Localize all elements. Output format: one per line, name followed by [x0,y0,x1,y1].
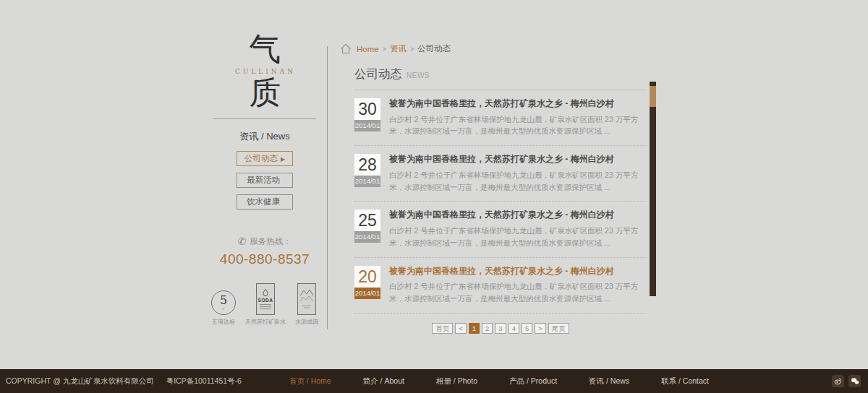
home-icon[interactable] [340,43,352,54]
news-title[interactable]: 被誉为南中国香格里拉，天然苏打矿泉水之乡 - 梅州白沙村 [389,98,647,110]
breadcrumb: Home>资讯>公司动态 [340,43,647,54]
breadcrumb-item[interactable]: 资讯 [390,43,407,54]
copyright-text: COPYRIGHT @ 九龙山矿泉水饮料有限公司 [6,376,154,385]
logo-character-bottom: 质 [205,77,325,108]
news-item[interactable]: 20 2014/01 被誉为南中国香格里拉，天然苏打矿泉水之乡 - 梅州白沙村 … [354,258,647,314]
news-month: 2014/01 [354,176,380,187]
news-item[interactable]: 28 2014/01 被誉为南中国香格里拉，天然苏打矿泉水之乡 - 梅州白沙村 … [354,146,647,202]
pagination-button[interactable]: > [535,323,546,334]
icp-number[interactable]: 粤ICP备10011451号-6 [166,376,242,385]
sidebar-divider [213,118,316,119]
page-title: 公司动态 [354,66,402,82]
news-body: 被誉为南中国香格里拉，天然苏打矿泉水之乡 - 梅州白沙村 白沙村 2 号井位于广… [389,210,647,249]
hotline-block: ✆服务热线： 400-880-8537 [205,236,325,267]
news-excerpt: 白沙村 2 号井位于广东省林场保护地九龙山麓，矿泉水矿区面积 23 万平方米，水… [389,169,647,194]
news-date-block: 30 2014/01 [354,98,380,137]
badge-soda: SODA 天然苏打矿泉水 [245,283,286,326]
news-day: 25 [354,210,380,231]
custom-scrollbar-track[interactable] [650,82,656,296]
footer-nav-link[interactable]: 相册 / Photo [436,376,477,386]
pagination-button[interactable]: 2 [482,323,493,334]
badge-label: 五项达标 [212,318,235,326]
badge-five-number: 5 [220,295,227,306]
news-excerpt: 白沙村 2 号井位于广东省林场保护地九龙山麓，矿泉水矿区面积 23 万平方米，水… [389,113,647,138]
news-title[interactable]: 被誉为南中国香格里拉，天然苏打矿泉水之乡 - 梅州白沙村 [389,210,647,221]
breadcrumb-item[interactable]: Home [357,45,379,53]
sidebar-section-title: 资讯 / News [205,130,325,143]
pagination-button[interactable]: 1 [469,323,480,334]
news-list: 30 2014/01 被誉为南中国香格里拉，天然苏打矿泉水之乡 - 梅州白沙村 … [354,90,647,314]
breadcrumb-item[interactable]: 公司动态 [417,43,451,54]
sidebar: 气 CULLINAN 质 资讯 / News 公司动态▶最新活动饮水健康 ✆服务… [205,33,325,326]
pagination-button[interactable]: 3 [495,323,506,334]
page-heading: 公司动态 NEWS [354,66,647,82]
news-day: 28 [354,154,380,176]
sidebar-content-divider [327,46,328,329]
water-source-mountain-icon [297,283,316,315]
news-date-block: 28 2014/01 [354,154,380,193]
sidebar-menu-button[interactable]: 公司动态▶ [237,151,293,166]
news-excerpt: 白沙村 2 号井位于广东省林场保护地九龙山麓，矿泉水矿区面积 23 万平方米，水… [389,280,647,305]
news-month: 2014/01 [354,120,380,131]
pagination-button[interactable]: 5 [522,323,532,334]
news-body: 被誉为南中国香格里拉，天然苏打矿泉水之乡 - 梅州白沙村 白沙村 2 号井位于广… [389,154,647,193]
footer: COPYRIGHT @ 九龙山矿泉水饮料有限公司 粤ICP备10011451号-… [0,369,868,393]
news-title[interactable]: 被誉为南中国香格里拉，天然苏打矿泉水之乡 - 梅州白沙村 [389,154,647,165]
pagination: 首页<12345>尾页 [354,323,647,334]
footer-nav-link[interactable]: 产品 / Product [509,376,557,386]
sidebar-menu: 公司动态▶最新活动饮水健康 [205,151,325,210]
soda-water-icon: SODA [256,283,275,315]
news-day: 30 [354,98,380,120]
news-date-block: 20 2014/01 [354,266,380,305]
hotline-label: 服务热线： [250,237,292,246]
logo-character-top: 气 [205,33,325,65]
hotline-number[interactable]: 400-880-8537 [205,251,325,267]
check-icon: ✓ [221,306,225,311]
news-item[interactable]: 25 2014/01 被誉为南中国香格里拉，天然苏打矿泉水之乡 - 梅州白沙村 … [354,202,647,257]
pagination-button[interactable]: 首页 [432,323,453,334]
footer-nav-link[interactable]: 联系 / Contact [661,376,709,386]
badge-label: 天然苏打矿泉水 [245,318,286,326]
active-arrow-icon: ▶ [281,156,285,163]
pagination-button[interactable]: 4 [509,323,519,334]
footer-nav-link[interactable]: 资讯 / News [589,376,629,386]
news-item[interactable]: 30 2014/01 被誉为南中国香格里拉，天然苏打矿泉水之乡 - 梅州白沙村 … [354,90,647,146]
badge-five-star: 5 ✓ 五项达标 [211,290,236,326]
five-star-seal-icon: 5 ✓ [211,290,236,315]
badge-soda-word: SODA [258,298,273,303]
pagination-button[interactable]: < [455,323,467,334]
footer-nav-link[interactable]: 简介 / About [363,376,404,386]
main-content: Home>资讯>公司动态 公司动态 NEWS 30 2014/01 被誉为南中国… [340,43,647,334]
news-excerpt: 白沙村 2 号井位于广东省林场保护地九龙山麓，矿泉水矿区面积 23 万平方米，水… [389,225,647,249]
mountain-icon [299,287,314,311]
water-drop-icon [263,289,268,296]
footer-social [832,375,861,387]
certification-badges: 5 ✓ 五项达标 SODA 天然苏打矿泉水 [205,283,325,326]
phone-icon: ✆ [238,236,247,247]
weibo-icon[interactable] [832,375,844,387]
wechat-icon[interactable] [848,375,861,387]
hotline-label-row: ✆服务热线： [205,236,325,247]
footer-nav: 首页 / Home简介 / About相册 / Photo产品 / Produc… [289,376,709,386]
news-title[interactable]: 被誉为南中国香格里拉，天然苏打矿泉水之乡 - 梅州白沙村 [389,266,647,277]
news-month: 2014/01 [354,231,380,243]
footer-nav-link[interactable]: 首页 / Home [289,376,331,386]
pagination-button[interactable]: 尾页 [548,323,569,334]
badge-water-source: 水源成因 [295,283,318,326]
page: 气 CULLINAN 质 资讯 / News 公司动态▶最新活动饮水健康 ✆服务… [0,0,868,393]
news-body: 被誉为南中国香格里拉，天然苏打矿泉水之乡 - 梅州白沙村 白沙村 2 号井位于广… [389,98,647,137]
news-day: 20 [354,266,380,288]
breadcrumb-separator: > [410,46,414,53]
custom-scrollbar-thumb[interactable] [650,86,656,107]
logo: 气 CULLINAN 质 [205,33,325,108]
sidebar-menu-button[interactable]: 饮水健康 [237,194,293,210]
sidebar-menu-button[interactable]: 最新活动 [237,173,293,188]
page-subtitle: NEWS [407,72,430,79]
news-date-block: 25 2014/01 [354,210,380,249]
breadcrumb-separator: > [383,46,386,53]
news-body: 被誉为南中国香格里拉，天然苏打矿泉水之乡 - 梅州白沙村 白沙村 2 号井位于广… [389,266,647,305]
news-month: 2014/01 [354,288,380,299]
footer-copyright: COPYRIGHT @ 九龙山矿泉水饮料有限公司 粤ICP备10011451号-… [6,376,242,386]
badge-label: 水源成因 [295,318,318,326]
